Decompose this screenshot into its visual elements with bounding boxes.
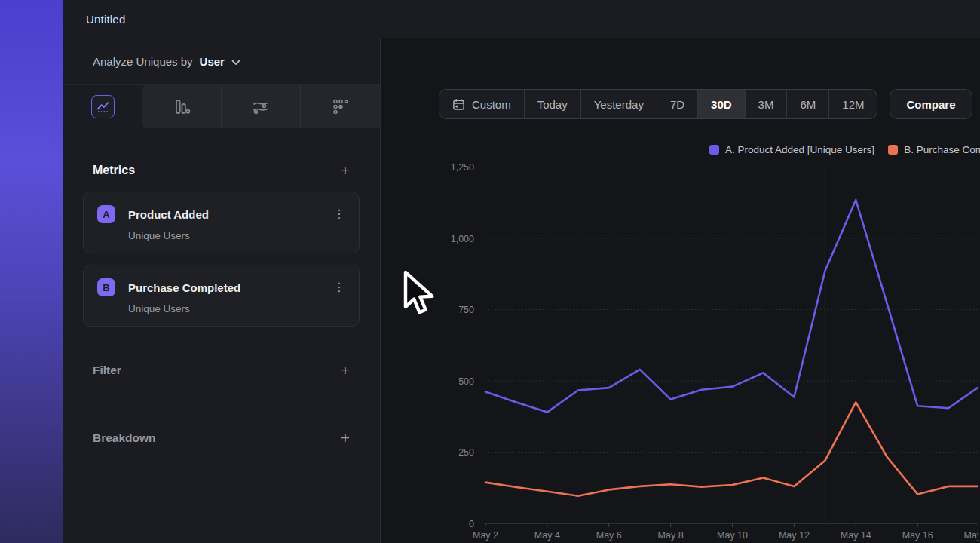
- metric-card-b[interactable]: B Purchase Completed ⋮ Unique Users: [83, 265, 360, 327]
- report-title[interactable]: Untitled: [86, 13, 125, 26]
- chart-type-tab-strip: [142, 85, 380, 128]
- background-gradient: [0, 0, 63, 543]
- grid-dots-icon: [331, 97, 350, 116]
- sidebar: Analyze Uniques by User: [63, 38, 381, 543]
- metric-measure[interactable]: Unique Users: [128, 303, 345, 314]
- metric-name[interactable]: Purchase Completed: [128, 281, 333, 294]
- screen: Untitled Analyze Uniques by User: [0, 0, 980, 543]
- line-chart[interactable]: 02505007501,0001,250May 2May 4May 6May 8…: [381, 38, 978, 543]
- breakdown-title: Breakdown: [93, 431, 156, 445]
- add-filter-button[interactable]: +: [341, 363, 350, 378]
- chevron-down-icon[interactable]: [231, 60, 240, 66]
- metric-measure[interactable]: Unique Users: [128, 230, 345, 241]
- tab-flow[interactable]: [221, 85, 301, 128]
- x-axis-tick-label: May 6: [596, 530, 622, 541]
- metric-name[interactable]: Product Added: [128, 208, 333, 221]
- chart-type-tabs: [63, 85, 380, 128]
- series-line-a[interactable]: [485, 200, 978, 413]
- chart-panel: CustomTodayYesterday7D30D3M6M12M Compare…: [381, 38, 980, 543]
- top-bar: Untitled: [63, 0, 980, 38]
- app-window: Untitled Analyze Uniques by User: [63, 0, 980, 543]
- x-axis-tick-label: May 16: [902, 530, 933, 541]
- line-chart-icon: [96, 100, 110, 114]
- series-line-b[interactable]: [485, 402, 978, 495]
- filter-section: Filter +: [93, 360, 350, 381]
- x-axis-tick-label: May 18: [964, 530, 978, 541]
- tab-grid[interactable]: [300, 85, 380, 128]
- analyze-by-label: Analyze Uniques by: [93, 55, 193, 68]
- analyze-by-value[interactable]: User: [200, 55, 225, 68]
- metric-card-a[interactable]: A Product Added ⋮ Unique Users: [83, 192, 360, 253]
- breakdown-section: Breakdown +: [93, 428, 350, 449]
- x-axis-tick-label: May 10: [717, 530, 748, 541]
- metric-badge-b: B: [97, 278, 115, 296]
- y-axis-tick-label: 0: [469, 519, 474, 529]
- y-axis-tick-label: 250: [458, 447, 474, 458]
- flow-icon: [251, 97, 271, 117]
- add-breakdown-button[interactable]: +: [341, 431, 350, 446]
- y-axis-tick-label: 500: [458, 376, 474, 387]
- filter-title: Filter: [93, 364, 121, 377]
- kebab-menu-icon[interactable]: ⋮: [333, 281, 345, 293]
- y-axis-tick-label: 1,250: [451, 162, 474, 173]
- y-axis-tick-label: 1,000: [451, 234, 474, 244]
- tab-line-chart[interactable]: [91, 95, 115, 118]
- metrics-header: Metrics +: [93, 163, 350, 178]
- x-axis-tick-label: May 4: [534, 530, 560, 541]
- analyze-by-row: Analyze Uniques by User: [63, 38, 380, 85]
- x-axis-tick-label: May 8: [658, 530, 684, 541]
- kebab-menu-icon[interactable]: ⋮: [333, 208, 345, 220]
- x-axis-tick-label: May 12: [779, 530, 810, 541]
- bar-chart-icon: [172, 97, 191, 116]
- y-axis-tick-label: 750: [458, 305, 474, 315]
- metrics-title: Metrics: [93, 164, 135, 177]
- metric-badge-a: A: [97, 205, 115, 223]
- tab-bar-chart[interactable]: [142, 85, 221, 128]
- add-metric-button[interactable]: +: [341, 163, 350, 178]
- x-axis-tick-label: May 14: [841, 530, 871, 541]
- mouse-cursor: [403, 271, 440, 321]
- x-axis-tick-label: May 2: [473, 530, 498, 541]
